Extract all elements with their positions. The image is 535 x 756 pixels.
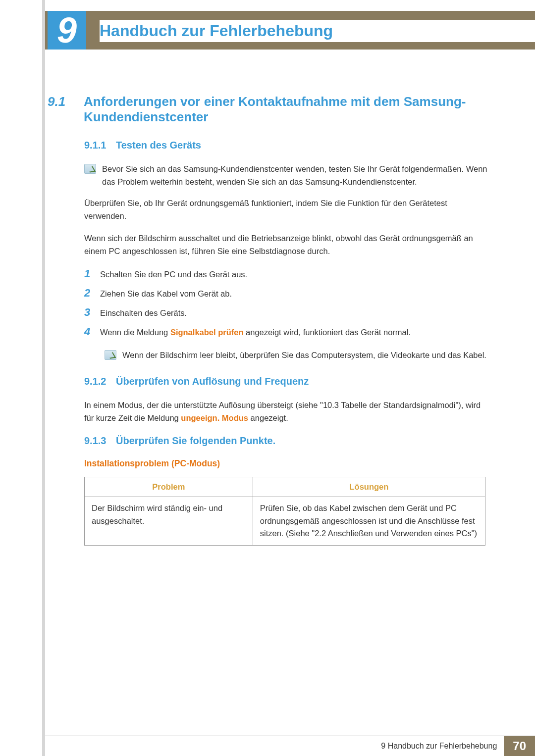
- page-footer: 9 Handbuch zur Fehlerbehebung 70: [45, 736, 535, 756]
- list-item: 4 Wenn die Meldung Signalkabel prüfen an…: [84, 325, 488, 339]
- step-text: Schalten Sie den PC und das Gerät aus.: [100, 268, 247, 281]
- note-text: Bevor Sie sich an das Samsung-Kundendien…: [102, 163, 488, 188]
- subsection-9-1-3: 9.1.3 Überprüfen Sie folgenden Punkte.: [48, 435, 488, 447]
- note-icon: [84, 164, 96, 174]
- footer-page-box: 70: [504, 736, 535, 756]
- step-text: Wenn die Meldung Signalkabel prüfen ange…: [100, 326, 411, 339]
- inner-note-block: Wenn der Bildschirm leer bleibt, überprü…: [48, 349, 488, 362]
- paragraph: Überprüfen Sie, ob Ihr Gerät ordnungsgem…: [48, 197, 488, 222]
- p-post: angezeigt.: [248, 413, 288, 422]
- highlight-text: Signalkabel prüfen: [170, 328, 244, 337]
- table-header-problem: Problem: [85, 477, 253, 497]
- table-cell-problem: Der Bildschirm wird ständig ein- und aus…: [85, 497, 253, 546]
- problem-table: Problem Lösungen Der Bildschirm wird stä…: [84, 477, 485, 546]
- list-item: 2 Ziehen Sie das Kabel vom Gerät ab.: [84, 287, 488, 300]
- table-cell-solution: Prüfen Sie, ob das Kabel zwischen dem Ge…: [253, 497, 485, 546]
- list-item: 3 Einschalten des Geräts.: [84, 306, 488, 319]
- subsection-number: 9.1.1: [84, 140, 109, 151]
- subsection-title: Überprüfen von Auflösung und Frequenz: [116, 376, 309, 387]
- chapter-number-box: 9: [48, 11, 86, 50]
- numbered-list: 1 Schalten Sie den PC und das Gerät aus.…: [48, 267, 488, 338]
- content-area: 9.1 Anforderungen vor einer Kontaktaufna…: [45, 94, 535, 546]
- left-gutter: [0, 0, 42, 756]
- chapter-title: Handbuch zur Fehlerbehebung: [100, 20, 535, 42]
- highlight-text: ungeeign. Modus: [181, 413, 248, 422]
- footer-label: 9 Handbuch zur Fehlerbehebung: [381, 742, 504, 751]
- chapter-number: 9: [57, 12, 77, 48]
- paragraph: Wenn sich der Bildschirm ausschaltet und…: [48, 232, 488, 257]
- subsection-9-1-1: 9.1.1 Testen des Geräts: [48, 140, 488, 151]
- subsection-title: Testen des Geräts: [116, 140, 201, 151]
- subsection-number: 9.1.3: [84, 435, 109, 447]
- step-number: 3: [84, 306, 94, 319]
- note-icon: [105, 350, 116, 360]
- note-block: Bevor Sie sich an das Samsung-Kundendien…: [48, 163, 488, 188]
- section-title: Anforderungen vor einer Kontaktaufnahme …: [84, 94, 488, 125]
- step4-pre: Wenn die Meldung: [100, 328, 170, 337]
- step-text: Einschalten des Geräts.: [100, 307, 187, 319]
- subsection-9-1-2: 9.1.2 Überprüfen von Auflösung und Frequ…: [48, 376, 488, 387]
- step4-post: angezeigt wird, funktioniert das Gerät n…: [244, 328, 411, 337]
- step-number: 4: [84, 325, 94, 338]
- table-heading: Installationsproblem (PC-Modus): [48, 458, 488, 469]
- footer-page-number: 70: [513, 739, 526, 753]
- table-header-row: Problem Lösungen: [85, 477, 485, 497]
- step-text: Ziehen Sie das Kabel vom Gerät ab.: [100, 288, 232, 300]
- subsection-title: Überprüfen Sie folgenden Punkte.: [116, 435, 275, 447]
- page-body: 9 Handbuch zur Fehlerbehebung 9.1 Anford…: [45, 0, 535, 756]
- section-number: 9.1: [48, 94, 75, 125]
- table-header-solution: Lösungen: [253, 477, 485, 497]
- paragraph: In einem Modus, der die unterstützte Auf…: [48, 399, 488, 424]
- section-9-1: 9.1 Anforderungen vor einer Kontaktaufna…: [48, 94, 488, 125]
- note-text: Wenn der Bildschirm leer bleibt, überprü…: [122, 349, 486, 362]
- step-number: 1: [84, 267, 94, 280]
- list-item: 1 Schalten Sie den PC und das Gerät aus.: [84, 267, 488, 281]
- subsection-number: 9.1.2: [84, 376, 109, 387]
- table-row: Der Bildschirm wird ständig ein- und aus…: [85, 497, 485, 546]
- step-number: 2: [84, 287, 94, 300]
